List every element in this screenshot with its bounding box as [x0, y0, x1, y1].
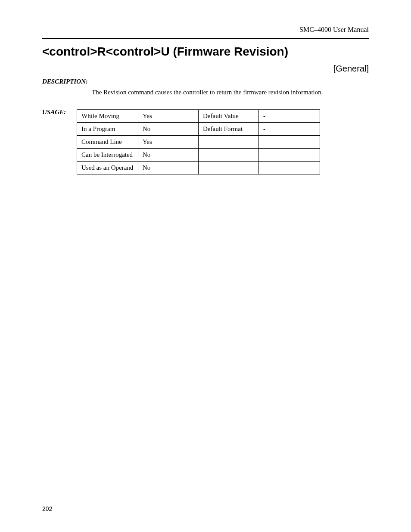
usage-param2: Default Format [199, 123, 259, 136]
table-row: While Moving Yes Default Value - [77, 110, 320, 123]
description-text: The Revision command causes the controll… [92, 88, 369, 96]
page: SMC–4000 User Manual <control>R<control>… [0, 0, 411, 532]
usage-value2 [259, 136, 320, 149]
header-manual-title: SMC–4000 User Manual [42, 26, 369, 38]
usage-param2 [199, 149, 259, 162]
usage-label: USAGE: [42, 109, 77, 116]
table-row: Used as an Operand No [77, 162, 320, 174]
usage-param: Used as an Operand [77, 162, 138, 174]
table-row: In a Program No Default Format - [77, 123, 320, 136]
description-label: DESCRIPTION: [42, 78, 369, 85]
usage-param: While Moving [77, 110, 138, 123]
usage-value: Yes [138, 110, 199, 123]
table-row: Can be Interrogated No [77, 149, 320, 162]
usage-section: USAGE: While Moving Yes Default Value - … [42, 109, 369, 174]
usage-value: No [138, 123, 199, 136]
usage-param: Can be Interrogated [77, 149, 138, 162]
usage-param: Command Line [77, 136, 138, 149]
usage-param: In a Program [77, 123, 138, 136]
usage-value: No [138, 162, 199, 174]
usage-value: Yes [138, 136, 199, 149]
usage-table: While Moving Yes Default Value - In a Pr… [77, 109, 320, 174]
usage-param2: Default Value [199, 110, 259, 123]
category-label: [General] [42, 64, 369, 74]
page-number: 202 [42, 505, 52, 512]
usage-value2 [259, 149, 320, 162]
usage-value2: - [259, 110, 320, 123]
header-rule [42, 38, 369, 39]
table-row: Command Line Yes [77, 136, 320, 149]
usage-param2 [199, 162, 259, 174]
usage-value: No [138, 149, 199, 162]
page-title: <control>R<control>U (Firmware Revision) [42, 45, 369, 59]
usage-value2 [259, 162, 320, 174]
usage-value2: - [259, 123, 320, 136]
usage-param2 [199, 136, 259, 149]
